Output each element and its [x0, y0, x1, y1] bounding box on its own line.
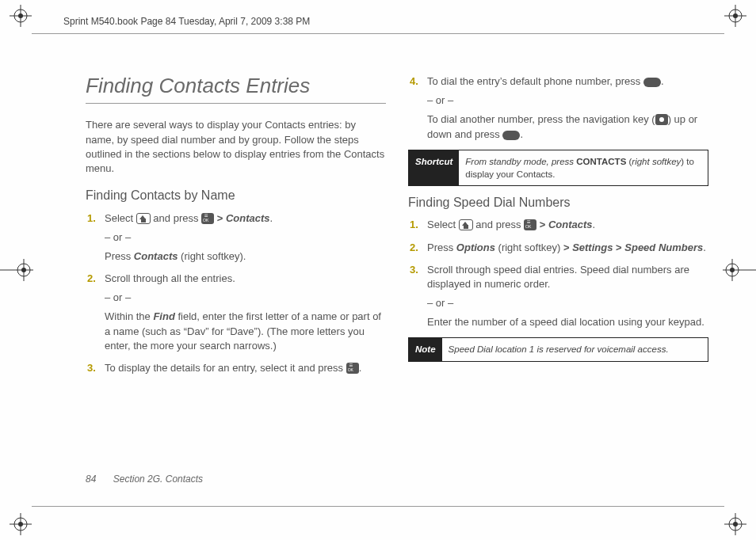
step-number: 3.	[410, 263, 418, 277]
svg-point-11	[18, 522, 23, 527]
crop-mark-icon	[721, 259, 756, 281]
step-text: Select and press > Contacts.	[427, 219, 595, 230]
step-text: Select and press > Contacts.	[105, 212, 273, 224]
step-number: 2.	[410, 241, 418, 255]
step: 2. Scroll through all the entries. – or …	[100, 272, 386, 353]
page-footer: 84 Section 2G. Contacts	[86, 473, 203, 485]
crop-mark-icon	[10, 5, 32, 27]
step: 1. Select and press > Contacts. – or – P…	[100, 211, 386, 264]
column-right: 4. To dial the entry’s default phone num…	[408, 71, 708, 492]
step-text: Scroll through speed dial entries. Speed…	[427, 264, 689, 290]
home-key-icon	[136, 213, 151, 224]
svg-point-20	[21, 268, 26, 272]
note-callout: Note Speed Dial location 1 is reserved f…	[408, 337, 708, 361]
step-alt: To dial another number, press the naviga…	[427, 112, 708, 141]
or-divider: – or –	[427, 296, 708, 310]
crop-mark-icon	[724, 5, 746, 27]
book-header: Sprint M540.book Page 84 Tuesday, April …	[63, 16, 310, 27]
step-alt: Press Contacts (right softkey).	[105, 249, 386, 264]
page-number: 84	[86, 473, 96, 485]
page-title: Finding Contacts Entries	[86, 71, 386, 104]
step: 4. To dial the entry’s default phone num…	[422, 74, 708, 142]
step-text: Press Options (right softkey) > Settings…	[427, 241, 706, 253]
menu-ok-key-icon	[201, 213, 214, 224]
step-text: To display the details for an entry, sel…	[105, 362, 361, 374]
step-number: 3.	[87, 361, 96, 375]
crop-mark-icon	[0, 259, 35, 281]
step-text: Scroll through all the entries.	[105, 272, 235, 284]
svg-point-15	[733, 522, 738, 527]
shortcut-callout: Shortcut From standby mode, press CONTAC…	[408, 150, 708, 186]
step: 3. To display the details for an entry, …	[100, 361, 386, 375]
crop-mark-icon	[10, 513, 32, 535]
svg-point-3	[18, 13, 23, 18]
step-number: 1.	[410, 218, 418, 232]
or-divider: – or –	[105, 230, 386, 245]
step-alt: Enter the number of a speed dial locatio…	[427, 315, 708, 329]
intro-text: There are several ways to display your C…	[86, 118, 386, 176]
navigation-key-icon	[655, 114, 668, 125]
step-text: To dial the entry’s default phone number…	[427, 75, 664, 87]
section-label: Section 2G. Contacts	[113, 473, 203, 485]
step-number: 2.	[87, 272, 96, 286]
talk-key-icon	[502, 131, 520, 140]
step-number: 4.	[410, 74, 418, 89]
or-divider: – or –	[105, 291, 386, 305]
step: 1. Select and press > Contacts.	[422, 218, 708, 232]
step: 2. Press Options (right softkey) > Setti…	[422, 241, 708, 255]
talk-key-icon	[643, 78, 661, 87]
page-content: Finding Contacts Entries There are sever…	[86, 71, 708, 492]
callout-body: From standby mode, press CONTACTS (right…	[459, 150, 708, 185]
subheading-by-name: Finding Contacts by Name	[86, 187, 386, 204]
home-key-icon	[459, 219, 473, 230]
step-number: 1.	[87, 211, 96, 226]
svg-point-24	[730, 268, 735, 272]
crop-mark-icon	[724, 513, 746, 535]
divider	[32, 506, 724, 507]
step-alt: Within the Find field, enter the first l…	[105, 310, 386, 353]
menu-ok-key-icon	[524, 219, 536, 230]
step: 3. Scroll through speed dial entries. Sp…	[422, 263, 708, 330]
callout-tag: Shortcut	[409, 150, 459, 185]
callout-tag: Note	[409, 338, 442, 360]
column-left: Finding Contacts Entries There are sever…	[86, 71, 386, 492]
menu-ok-key-icon	[346, 363, 359, 374]
divider	[32, 33, 724, 34]
callout-body: Speed Dial location 1 is reserved for vo…	[442, 338, 708, 360]
svg-point-7	[733, 13, 738, 18]
subheading-speed-dial: Finding Speed Dial Numbers	[408, 194, 708, 211]
or-divider: – or –	[427, 93, 708, 108]
